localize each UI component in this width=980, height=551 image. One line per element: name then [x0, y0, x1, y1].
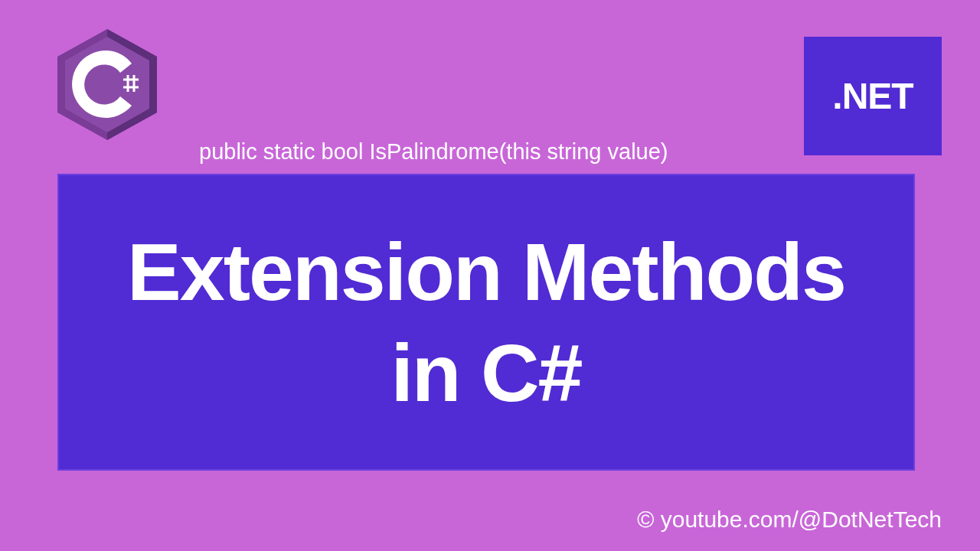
title-line-1: Extension Methods [127, 221, 845, 323]
dotnet-label: .NET [832, 75, 913, 117]
title-block: Extension Methods in C# [57, 174, 915, 471]
title-line-2: in C# [390, 322, 581, 424]
code-snippet: public static bool IsPalindrome(this str… [199, 139, 668, 165]
csharp-logo-icon [57, 29, 157, 140]
attribution: © youtube.com/@DotNetTech [637, 507, 942, 533]
dotnet-badge: .NET [804, 37, 942, 155]
